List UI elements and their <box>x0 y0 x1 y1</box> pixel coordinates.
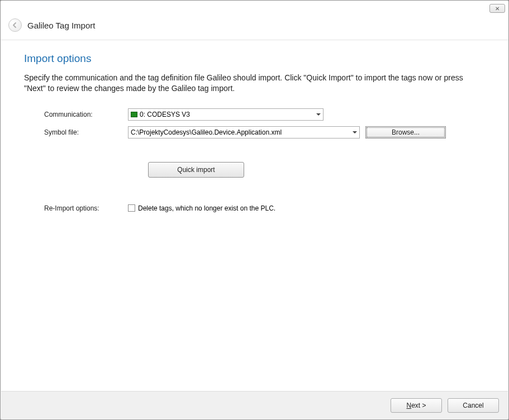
close-icon: ✕ <box>495 6 500 12</box>
wizard-window: ✕ Galileo Tag Import Import options Spec… <box>0 0 509 420</box>
quick-import-button[interactable]: Quick import <box>148 162 244 178</box>
form-area: Communication: 0: CODESYS V3 Symbol file… <box>24 108 485 212</box>
reimport-label: Re-Import options: <box>44 204 128 212</box>
page-heading: Import options <box>24 52 485 65</box>
page-description: Specify the communication and the tag de… <box>24 73 485 94</box>
communication-row: Communication: 0: CODESYS V3 <box>44 108 485 121</box>
close-button[interactable]: ✕ <box>489 4 505 13</box>
chevron-down-icon <box>353 131 357 133</box>
browse-label: Browse... <box>392 128 420 136</box>
delete-tags-checkbox[interactable] <box>128 204 135 212</box>
browse-button[interactable]: Browse... <box>365 126 446 139</box>
communication-value: 0: CODESYS V3 <box>140 111 190 118</box>
back-button[interactable] <box>8 18 22 32</box>
header: Galileo Tag Import <box>1 15 508 40</box>
communication-dropdown[interactable]: 0: CODESYS V3 <box>128 108 324 121</box>
cancel-button[interactable]: Cancel <box>448 398 499 413</box>
cancel-label: Cancel <box>463 402 483 409</box>
communication-label: Communication: <box>44 111 128 118</box>
flag-icon <box>131 112 137 117</box>
delete-tags-label: Delete tags, which no longer exist on th… <box>138 204 275 212</box>
symbolfile-dropdown[interactable]: C:\ProjektyCodesys\Galileo.Device.Applic… <box>128 126 360 139</box>
symbolfile-row: Symbol file: C:\ProjektyCodesys\Galileo.… <box>44 126 485 139</box>
quick-import-row: Quick import <box>44 162 485 178</box>
quick-import-label: Quick import <box>177 166 215 174</box>
symbolfile-label: Symbol file: <box>44 128 128 136</box>
content-area: Import options Specify the communication… <box>1 40 508 223</box>
symbolfile-value: C:\ProjektyCodesys\Galileo.Device.Applic… <box>131 128 282 136</box>
arrow-left-icon <box>12 22 18 28</box>
reimport-row: Re-Import options: Delete tags, which no… <box>44 204 485 212</box>
chevron-down-icon <box>316 113 321 116</box>
titlebar: ✕ <box>1 1 508 15</box>
next-button[interactable]: Next > <box>391 398 442 413</box>
next-label: Next > <box>406 402 426 409</box>
page-title: Galileo Tag Import <box>27 21 95 30</box>
footer: Next > Cancel <box>1 391 508 419</box>
